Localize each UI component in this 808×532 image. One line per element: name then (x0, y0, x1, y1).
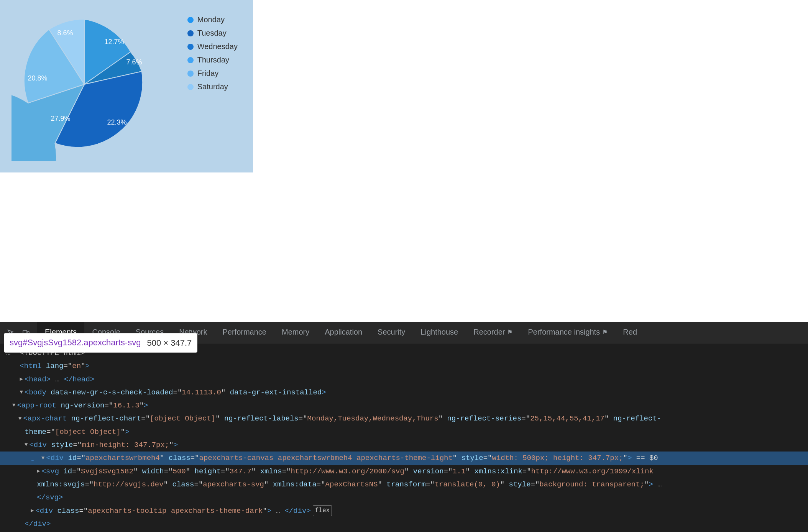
tab-lighthouse[interactable]: Lighthouse (413, 322, 466, 343)
legend-dot-friday (187, 71, 194, 77)
svg-text:27.9%: 27.9% (51, 115, 70, 122)
tab-security[interactable]: Security (370, 322, 413, 343)
legend-item-friday: Friday (187, 69, 238, 78)
legend-label-friday: Friday (197, 69, 219, 78)
legend-label-tuesday: Tuesday (197, 29, 227, 38)
svg-text:22.3%: 22.3% (107, 118, 126, 126)
legend-label-monday: Monday (197, 15, 225, 24)
tooltip-selector: svg#SvgjsSvg1582.apexcharts-svg (10, 337, 141, 348)
legend-label-saturday: Saturday (197, 82, 228, 91)
legend-dot-wednesday (187, 44, 194, 50)
code-line-div-close: </div> (0, 517, 808, 530)
svg-text:12.7%: 12.7% (104, 38, 124, 46)
svg-text:7.6%: 7.6% (126, 58, 142, 66)
legend-dot-saturday (187, 84, 194, 90)
code-line-tooltip-div: ▶ <div class="apexcharts-tooltip apexcha… (0, 504, 808, 517)
code-line-head: ▶ <head> … </head> (0, 373, 808, 386)
legend-item-tuesday: Tuesday (187, 29, 238, 38)
svg-text:8.6%: 8.6% (57, 29, 73, 37)
code-line-div-close2: </div> (0, 530, 808, 532)
tab-red[interactable]: Red (615, 322, 645, 343)
devtools-panel: Elements Console Sources Network Perform… (0, 322, 808, 532)
chart-legend: Monday Tuesday Wednesday Thursday Friday… (187, 15, 238, 91)
code-line-body: ▼ <body data-new-gr-c-s-check-loaded="14… (0, 386, 808, 399)
legend-dot-monday (187, 17, 194, 23)
tab-application[interactable]: Application (317, 322, 370, 343)
performance-insights-icon: ⚑ (602, 328, 608, 336)
code-line-approot: ▼ <app-root ng-version="16.1.3"> (0, 399, 808, 412)
legend-item-monday: Monday (187, 15, 238, 24)
code-line-apexcharts-canvas[interactable]: … ▼ <div id="apexchartswrbmeh4" class="a… (0, 452, 808, 465)
legend-item-thursday: Thursday (187, 56, 238, 64)
devtools-code-content: … <!DOCTYPE html> <html lang="en"> ▶ <he… (0, 343, 808, 532)
tooltip-dimensions: 500 × 347.7 (147, 338, 192, 348)
legend-label-wednesday: Wednesday (197, 42, 238, 51)
tab-performance[interactable]: Performance (215, 322, 274, 343)
element-tooltip: svg#SvgjsSvg1582.apexcharts-svg 500 × 34… (4, 333, 197, 353)
legend-dot-thursday (187, 57, 194, 63)
svg-text:20.8%: 20.8% (28, 74, 47, 82)
code-line-svg-cont: xmlns:svgjs="http://svgjs.dev" class="ap… (0, 478, 808, 491)
code-line-svg: ▶ <svg id="SvgjsSvg1582" width="500" hei… (0, 465, 808, 478)
main-content: 12.7% 7.6% 22.3% 27.9% 20.8% 8.6% Monday… (0, 0, 808, 322)
chart-container: 12.7% 7.6% 22.3% 27.9% 20.8% 8.6% Monday… (0, 0, 253, 172)
flex-badge[interactable]: flex (313, 505, 332, 516)
pie-chart: 12.7% 7.6% 22.3% 27.9% 20.8% 8.6% (11, 8, 172, 161)
tab-memory[interactable]: Memory (274, 322, 317, 343)
code-line-html: <html lang="en"> (0, 360, 808, 373)
legend-label-thursday: Thursday (197, 56, 229, 64)
code-line-apxchart: ▼ <apx-chart ng-reflect-chart="[object O… (0, 412, 808, 425)
tab-recorder[interactable]: Recorder ⚑ (466, 322, 520, 343)
recorder-icon: ⚑ (507, 328, 512, 336)
code-line-div-minheight: ▼ <div style="min-height: 347.7px;"> (0, 438, 808, 452)
legend-dot-tuesday (187, 30, 194, 36)
tab-performance-insights[interactable]: Performance insights ⚑ (520, 322, 615, 343)
legend-item-wednesday: Wednesday (187, 42, 238, 51)
code-line-apxchart-cont: theme="[object Object]"> (0, 425, 808, 438)
legend-item-saturday: Saturday (187, 82, 238, 91)
code-line-svg-close: </svg> (0, 491, 808, 504)
